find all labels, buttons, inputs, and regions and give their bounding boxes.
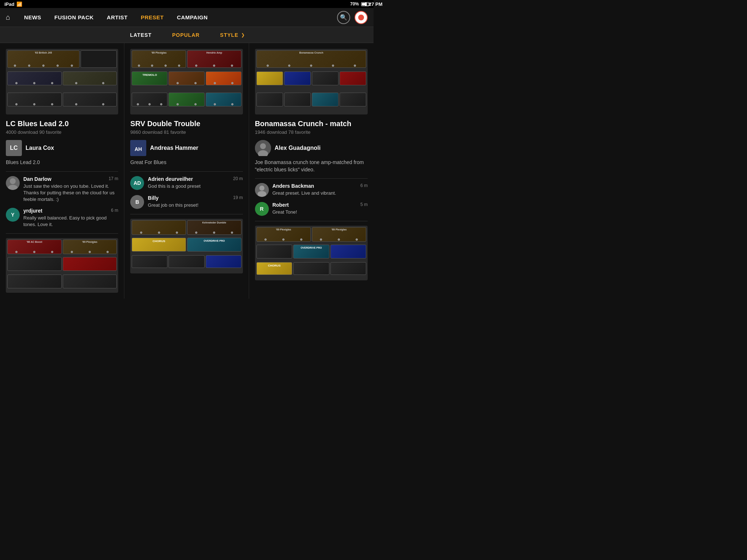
comment-name-3-2: Robert <box>272 202 289 208</box>
subnav-style-container: STYLE ❯ <box>218 32 245 38</box>
svg-text:AH: AH <box>135 146 142 152</box>
comment-avatar-2-2: B <box>130 195 144 209</box>
comment-header-3-2: Robert 5 m <box>272 202 368 208</box>
preset-image-3[interactable]: Bonamassa Crunch <box>255 49 368 114</box>
comment-body-3-1: Anders Backman 6 m Great preset. Live an… <box>272 183 368 197</box>
comment-avatar-3-2: R <box>255 202 269 216</box>
svg-point-1 <box>8 185 18 190</box>
author-row-2: AH Andreas Hammer <box>130 140 243 156</box>
comment-name-2-1: Adrien deurveilher <box>148 176 193 182</box>
battery-fill <box>362 3 367 5</box>
comment-time-3-2: 5 m <box>360 202 368 208</box>
preset-title-3: Bonamassa Crunch - match <box>255 120 368 128</box>
svg-point-8 <box>259 186 264 191</box>
divider-2 <box>130 171 243 172</box>
home-button[interactable]: ⌂ <box>6 13 10 22</box>
nav-news[interactable]: NEWS <box>18 8 48 27</box>
status-bar: iPad 📶 3:27 PM 70% <box>0 0 374 8</box>
divider-3 <box>255 178 368 179</box>
comment-time-1-1: 17 m <box>109 176 119 182</box>
preset-stats-3: 1946 download 78 favorite <box>255 129 368 135</box>
nav-bar: ⌂ NEWS FUSION PACK ARTIST PRESET CAMPAIG… <box>0 8 374 27</box>
author-avatar-2: AH <box>130 140 146 156</box>
comment-header-2-2: Billy 19 m <box>148 195 243 201</box>
comment-avatar-2-1: AD <box>130 176 144 190</box>
comment-1-2: Y yrdjuret 6 m Really well balanced. Eas… <box>6 208 118 228</box>
nav-preset[interactable]: PRESET <box>134 8 170 27</box>
nav-artist[interactable]: ARTIST <box>100 8 134 27</box>
content-grid: '63 British J45 <box>0 43 374 299</box>
record-button[interactable] <box>355 11 368 24</box>
comment-header-1-2: yrdjuret 6 m <box>23 208 118 214</box>
author-row-3: Alex Guadagnoli <box>255 140 368 156</box>
nav-right: 🔍 <box>337 11 368 24</box>
comment-header-1-1: Dan Darlow 17 m <box>23 176 118 182</box>
preset-image-1[interactable]: '63 British J45 <box>6 49 118 114</box>
comment-time-1-2: 6 m <box>111 208 118 214</box>
comment-text-3-2: Great Tone! <box>272 209 368 215</box>
search-button[interactable]: 🔍 <box>337 11 350 24</box>
battery-percent: 70% <box>350 1 359 7</box>
preset-image-1b[interactable]: '66 AC Boost '69 Plexiglas <box>6 238 118 293</box>
preset-stats-1: 4000 download 90 favorite <box>6 129 118 135</box>
record-icon <box>357 13 365 22</box>
column-1: '63 British J45 <box>0 43 124 299</box>
comment-name-3-1: Anders Backman <box>272 183 314 189</box>
subnav-style[interactable]: STYLE <box>218 32 240 38</box>
nav-fusion-pack[interactable]: FUSION PACK <box>48 8 100 27</box>
comment-time-2-1: 20 m <box>233 176 243 182</box>
author-avatar-1: LC <box>6 140 22 156</box>
preset-title-1: LC Blues Lead 2.0 <box>6 120 118 128</box>
battery-icon <box>361 2 369 6</box>
preset-desc-2: Great For Blues <box>130 159 243 166</box>
comment-2-1: AD Adrien deurveilher 20 m God this is a… <box>130 176 243 190</box>
nav-campaign[interactable]: CAMPAIGN <box>170 8 214 27</box>
nav-items: NEWS FUSION PACK ARTIST PRESET CAMPAIGN <box>18 8 337 27</box>
comment-time-3-1: 6 m <box>360 183 368 189</box>
author-avatar-3 <box>255 140 271 156</box>
comment-avatar-1-1 <box>6 176 20 190</box>
preset-stats-2: 9860 download 81 favorite <box>130 129 243 135</box>
column-2: '69 Plexiglas Hendrix Amp TREMOLO <box>124 43 249 299</box>
divider-2b <box>130 214 243 214</box>
author-name-2: Andreas Hammer <box>150 145 198 151</box>
chevron-right-icon: ❯ <box>241 32 245 38</box>
author-name-3: Alex Guadagnoli <box>275 145 321 151</box>
comment-body-2-1: Adrien deurveilher 20 m God this is a go… <box>148 176 243 190</box>
preset-image-2[interactable]: '69 Plexiglas Hendrix Amp TREMOLO <box>130 49 243 114</box>
comment-name-2-2: Billy <box>148 195 159 201</box>
comment-body-2-2: Billy 19 m Great job on this preset! <box>148 195 243 209</box>
svg-point-9 <box>258 191 266 197</box>
wifi-icon: 📶 <box>16 1 22 7</box>
comment-time-2-2: 19 m <box>233 195 243 201</box>
author-row-1: LC Laura Cox <box>6 140 118 156</box>
preset-desc-1: Blues Lead 2.0 <box>6 159 118 166</box>
comment-1-1: Dan Darlow 17 m Just saw the video on yo… <box>6 176 118 203</box>
sub-nav: LATEST POPULAR STYLE ❯ <box>0 27 374 43</box>
subnav-popular[interactable]: POPULAR <box>171 32 201 38</box>
comment-3-1: Anders Backman 6 m Great preset. Live an… <box>255 183 368 197</box>
comment-text-3-1: Great preset. Live and vibrant. <box>272 190 368 197</box>
device-label: iPad <box>4 1 14 7</box>
comment-name-1-2: yrdjuret <box>23 208 42 214</box>
divider-1 <box>6 171 118 172</box>
preset-image-3b[interactable]: '69 Plexiglas '69 Plexiglas OVERDRIVE PR… <box>255 226 368 280</box>
comment-body-3-2: Robert 5 m Great Tone! <box>272 202 368 216</box>
column-3: Bonamassa Crunch Bonamassa Crunch - matc… <box>249 43 374 299</box>
comment-name-1-1: Dan Darlow <box>23 176 51 182</box>
status-right: 70% <box>350 1 369 7</box>
preset-image-2b[interactable]: Kehrwieder Dumble CHORUS OVERDRIVE PRO <box>130 219 243 273</box>
subnav-latest[interactable]: LATEST <box>129 32 153 38</box>
search-icon: 🔍 <box>340 14 347 21</box>
comment-text-2-2: Great job on this preset! <box>148 202 243 209</box>
comment-text-1-1: Just saw the video on you tube. Loved it… <box>23 183 118 203</box>
comment-avatar-3-1 <box>255 183 269 197</box>
svg-point-0 <box>10 178 16 184</box>
author-name-1: Laura Cox <box>26 145 54 151</box>
comment-header-3-1: Anders Backman 6 m <box>272 183 368 189</box>
comment-2-2: B Billy 19 m Great job on this preset! <box>130 195 243 209</box>
comment-text-1-2: Really well balanced. Easy to pick good … <box>23 215 118 228</box>
divider-3b <box>255 221 368 221</box>
divider-1b <box>6 233 118 234</box>
comment-body-1-2: yrdjuret 6 m Really well balanced. Easy … <box>23 208 118 228</box>
